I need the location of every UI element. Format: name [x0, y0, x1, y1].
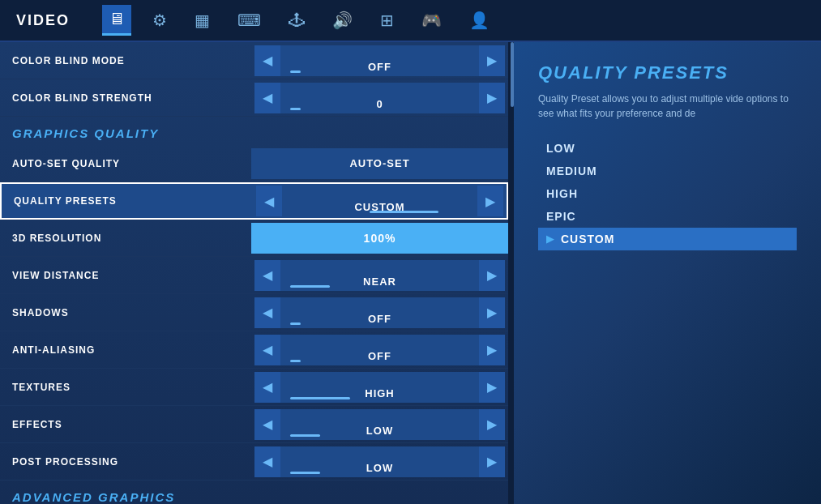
preset-list: LOW MEDIUM HIGH EPIC ▶ CUSTOM: [538, 137, 797, 250]
network-nav-icon[interactable]: ⊞: [374, 6, 400, 35]
color-blind-strength-row: COLOR BLIND STRENGTH ◀ 0 ▶: [0, 79, 508, 117]
color-blind-mode-control: ◀ OFF ▶: [251, 45, 508, 76]
graphics-quality-header: GRAPHICS QUALITY: [0, 117, 508, 145]
post-processing-label: POST PROCESSING: [0, 456, 251, 468]
post-processing-left-arrow[interactable]: ◀: [254, 446, 280, 477]
effects-right-arrow[interactable]: ▶: [479, 409, 505, 440]
color-blind-mode-label: COLOR BLIND MODE: [0, 55, 251, 66]
color-blind-strength-label: COLOR BLIND STRENGTH: [0, 92, 251, 104]
monitor-nav-icon[interactable]: 🖥: [102, 5, 131, 36]
advanced-graphics-header: ADVANCED GRAPHICS: [0, 481, 508, 504]
preset-low-label: LOW: [546, 142, 575, 155]
color-blind-strength-control: ◀ 0 ▶: [251, 83, 508, 113]
textures-row: TEXTURES ◀ HIGH ▶: [0, 369, 508, 406]
quality-presets-right-arrow[interactable]: ▶: [477, 186, 503, 216]
anti-aliasing-row: ANTI-ALIASING ◀ OFF ▶: [0, 331, 508, 369]
quality-description: Quality Preset allows you to adjust mult…: [538, 92, 797, 121]
view-distance-label: VIEW DISTANCE: [0, 270, 251, 281]
color-blind-mode-right-arrow[interactable]: ▶: [479, 45, 505, 76]
shadows-right-arrow[interactable]: ▶: [479, 297, 505, 328]
resolution-control: 100%: [251, 223, 508, 254]
auto-set-quality-control: AUTO-SET: [251, 148, 508, 179]
anti-aliasing-control: ◀ OFF ▶: [251, 335, 508, 365]
scroll-thumb[interactable]: [511, 42, 514, 107]
post-processing-value: LOW: [280, 446, 479, 477]
gamepad-nav-icon[interactable]: 🎮: [415, 6, 448, 35]
resolution-value[interactable]: 100%: [251, 223, 508, 254]
effects-label: EFFECTS: [0, 419, 251, 430]
top-nav: VIDEO 🖥 ⚙ ▦ ⌨ 🕹 🔊 ⊞ 🎮 👤: [0, 0, 821, 42]
anti-aliasing-value: OFF: [280, 335, 479, 365]
auto-set-quality-row: AUTO-SET QUALITY AUTO-SET: [0, 145, 508, 182]
color-blind-strength-left-arrow[interactable]: ◀: [254, 83, 280, 113]
shadows-control: ◀ OFF ▶: [251, 297, 508, 328]
keyboard-nav-icon[interactable]: ⌨: [231, 6, 267, 35]
quality-presets-title: QUALITY PRESETS: [538, 62, 797, 83]
color-blind-strength-right-arrow[interactable]: ▶: [479, 83, 505, 113]
quality-presets-value: CUSTOM: [282, 186, 477, 216]
preset-custom-arrow-icon: ▶: [546, 233, 554, 245]
anti-aliasing-left-arrow[interactable]: ◀: [254, 335, 280, 365]
effects-left-arrow[interactable]: ◀: [254, 409, 280, 440]
quality-presets-label: QUALITY PRESETS: [2, 195, 253, 207]
preset-medium[interactable]: MEDIUM: [538, 160, 797, 182]
nav-icons: 🖥 ⚙ ▦ ⌨ 🕹 🔊 ⊞ 🎮 👤: [102, 5, 496, 36]
display-nav-icon[interactable]: ▦: [188, 6, 216, 35]
quality-presets-left-arrow[interactable]: ◀: [256, 186, 282, 216]
color-blind-mode-value: OFF: [280, 45, 479, 76]
shadows-label: SHADOWS: [0, 307, 251, 318]
textures-value: HIGH: [280, 372, 479, 403]
preset-epic[interactable]: EPIC: [538, 205, 797, 228]
textures-right-arrow[interactable]: ▶: [479, 372, 505, 403]
view-distance-row: VIEW DISTANCE ◀ NEAR ▶: [0, 257, 508, 294]
main-container: COLOR BLIND MODE ◀ OFF ▶ COLOR BLIND STR…: [0, 42, 821, 504]
preset-custom[interactable]: ▶ CUSTOM: [538, 228, 797, 250]
resolution-label: 3D RESOLUTION: [0, 233, 251, 244]
effects-control: ◀ LOW ▶: [251, 409, 508, 440]
textures-label: TEXTURES: [0, 382, 251, 393]
preset-medium-label: MEDIUM: [546, 164, 597, 177]
view-distance-control: ◀ NEAR ▶: [251, 260, 508, 291]
post-processing-row: POST PROCESSING ◀ LOW ▶: [0, 443, 508, 481]
left-panel: COLOR BLIND MODE ◀ OFF ▶ COLOR BLIND STR…: [0, 42, 511, 504]
anti-aliasing-label: ANTI-ALIASING: [0, 344, 251, 356]
post-processing-control: ◀ LOW ▶: [251, 446, 508, 477]
audio-nav-icon[interactable]: 🔊: [326, 6, 359, 35]
preset-epic-label: EPIC: [546, 210, 576, 223]
effects-row: EFFECTS ◀ LOW ▶: [0, 406, 508, 443]
user-nav-icon[interactable]: 👤: [463, 6, 496, 35]
preset-custom-label: CUSTOM: [561, 233, 614, 246]
right-panel: QUALITY PRESETS Quality Preset allows yo…: [514, 42, 821, 504]
view-distance-value: NEAR: [280, 260, 479, 291]
auto-set-quality-label: AUTO-SET QUALITY: [0, 158, 251, 169]
shadows-left-arrow[interactable]: ◀: [254, 297, 280, 328]
shadows-value: OFF: [280, 297, 479, 328]
post-processing-right-arrow[interactable]: ▶: [479, 446, 505, 477]
textures-left-arrow[interactable]: ◀: [254, 372, 280, 403]
effects-value: LOW: [280, 409, 479, 440]
quality-presets-control: ◀ CUSTOM ▶: [253, 186, 507, 216]
preset-high[interactable]: HIGH: [538, 182, 797, 205]
preset-low[interactable]: LOW: [538, 137, 797, 160]
preset-high-label: HIGH: [546, 187, 578, 200]
gear-nav-icon[interactable]: ⚙: [146, 6, 173, 35]
view-distance-left-arrow[interactable]: ◀: [254, 260, 280, 291]
auto-set-quality-value[interactable]: AUTO-SET: [251, 148, 508, 179]
page-title: VIDEO: [16, 12, 70, 29]
view-distance-right-arrow[interactable]: ▶: [479, 260, 505, 291]
quality-presets-row: QUALITY PRESETS ◀ CUSTOM ▶: [0, 182, 508, 220]
color-blind-mode-left-arrow[interactable]: ◀: [254, 45, 280, 76]
shadows-row: SHADOWS ◀ OFF ▶: [0, 294, 508, 331]
anti-aliasing-right-arrow[interactable]: ▶: [479, 335, 505, 365]
scroll-divider: [511, 42, 514, 504]
controller-nav-icon[interactable]: 🕹: [282, 6, 311, 35]
resolution-row: 3D RESOLUTION 100%: [0, 220, 508, 257]
textures-control: ◀ HIGH ▶: [251, 372, 508, 403]
color-blind-strength-value: 0: [280, 83, 479, 113]
color-blind-mode-row: COLOR BLIND MODE ◀ OFF ▶: [0, 42, 508, 79]
